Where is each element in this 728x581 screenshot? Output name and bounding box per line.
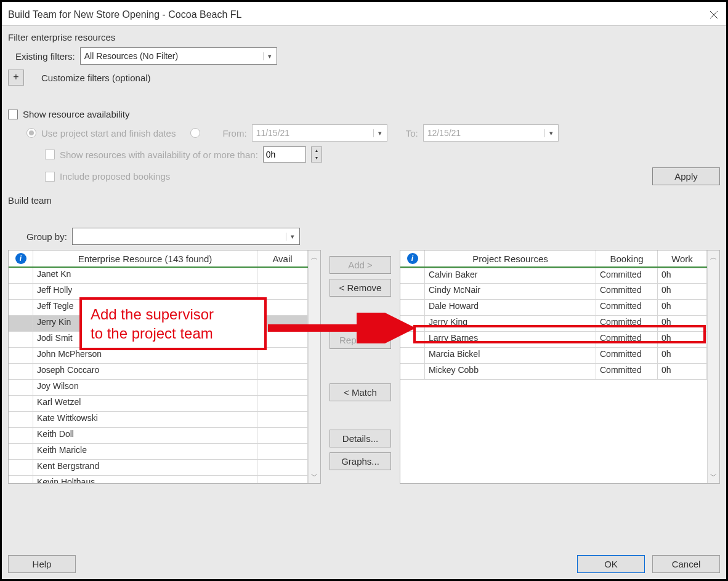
right-scrollbar[interactable]: ︿ ﹀ <box>707 250 719 483</box>
existing-filters-value: All Resources (No Filter) <box>81 51 263 61</box>
scroll-up-icon: ︿ <box>708 250 719 265</box>
apply-button[interactable]: Apply <box>652 167 720 185</box>
scroll-up-icon: ︿ <box>309 250 320 265</box>
from-date-combo: 11/15/21 ▾ <box>252 124 387 142</box>
filter-section-label: Filter enterprise resources <box>8 32 720 42</box>
cancel-button[interactable]: Cancel <box>652 555 720 573</box>
show-avail-threshold-checkbox <box>45 150 55 159</box>
hours-input <box>263 146 306 162</box>
help-button[interactable]: Help <box>8 555 76 573</box>
to-date-value: 12/15/21 <box>424 128 544 138</box>
title-bar: Build Team for New Store Opening - Cocoa… <box>2 2 726 25</box>
table-row[interactable]: Calvin BakerCommitted0h <box>400 268 707 284</box>
project-resources-header: Project Resources <box>425 250 596 266</box>
build-team-label: Build team <box>8 195 720 206</box>
chevron-down-icon: ▾ <box>263 52 277 60</box>
table-row[interactable]: Cindy McNairCommitted0h <box>400 284 707 300</box>
hours-spinner: ▴▾ <box>311 146 322 162</box>
group-by-label: Group by: <box>26 231 67 242</box>
from-date-value: 11/15/21 <box>253 128 373 138</box>
table-row[interactable]: Kent Bergstrand <box>9 460 308 476</box>
expand-filters-button[interactable]: + <box>8 70 24 86</box>
table-row[interactable]: Dale HowardCommitted0h <box>400 300 707 316</box>
project-resources-grid[interactable]: i Project Resources Booking Work Calvin … <box>400 250 720 484</box>
chevron-down-icon: ▾ <box>544 129 558 137</box>
existing-filters-combo[interactable]: All Resources (No Filter) ▾ <box>80 47 277 65</box>
booking-header: Booking <box>596 250 658 266</box>
include-proposed-label: Include proposed bookings <box>60 171 170 182</box>
table-row[interactable]: Marcia BickelCommitted0h <box>400 348 707 364</box>
close-icon <box>710 10 718 19</box>
info-icon: i <box>407 253 418 264</box>
transfer-buttons: Add > < Remove Replace > < Match Details… <box>323 250 397 484</box>
table-row[interactable]: Karl Wetzel <box>9 396 308 412</box>
scroll-down-icon: ﹀ <box>309 469 320 483</box>
dialog-window: Build Team for New Store Opening - Cocoa… <box>0 0 728 581</box>
to-date-combo: 12/15/21 ▾ <box>423 124 559 142</box>
graphs-button[interactable]: Graphs... <box>330 452 391 470</box>
close-button[interactable] <box>708 9 720 21</box>
table-row[interactable]: Kate Wittkowski <box>9 412 308 428</box>
ok-button[interactable]: OK <box>577 555 645 573</box>
use-project-dates-label: Use project start and finish dates <box>41 128 176 138</box>
show-availability-checkbox[interactable] <box>8 110 18 119</box>
table-row[interactable]: Keith Doll <box>9 428 308 444</box>
spinner-up-icon: ▴ <box>312 147 322 154</box>
window-title: Build Team for New Store Opening - Cocoa… <box>8 9 241 20</box>
annotation-callout: Add the supervisor to the project team <box>79 297 267 350</box>
chevron-down-icon: ▾ <box>373 129 387 137</box>
work-header: Work <box>658 250 707 266</box>
left-scrollbar[interactable]: ︿ ﹀ <box>308 250 320 483</box>
table-row[interactable]: Keith Maricle <box>9 444 308 460</box>
table-row[interactable]: Joy Wilson <box>9 380 308 396</box>
existing-filters-label: Existing filters: <box>15 51 75 62</box>
table-row[interactable]: Mickey CobbCommitted0h <box>400 364 707 380</box>
table-row[interactable]: Janet Kn <box>9 268 308 284</box>
enterprise-resource-grid[interactable]: i Enterprise Resource (143 found) Avail … <box>8 250 321 484</box>
show-avail-threshold-label: Show resources with availability of or m… <box>60 150 258 160</box>
scroll-down-icon: ﹀ <box>708 469 719 483</box>
remove-button[interactable]: < Remove <box>330 279 391 297</box>
from-label: From: <box>222 128 246 138</box>
table-row[interactable]: Kevin Holthaus <box>9 476 308 483</box>
annotation-highlight <box>413 325 706 343</box>
add-button[interactable]: Add > <box>330 256 391 274</box>
table-row[interactable]: Joseph Coccaro <box>9 364 308 380</box>
use-custom-dates-radio <box>190 128 200 138</box>
annotation-arrow <box>265 313 413 343</box>
use-project-dates-radio <box>26 128 36 138</box>
info-icon: i <box>15 253 26 264</box>
include-proposed-checkbox <box>45 172 55 182</box>
group-by-combo[interactable]: ▾ <box>72 228 300 245</box>
show-availability-label: Show resource availability <box>23 109 129 119</box>
dialog-footer: Help OK Cancel <box>8 555 720 573</box>
to-label: To: <box>406 128 418 138</box>
customize-filters-label: Customize filters (optional) <box>41 73 151 83</box>
details-button[interactable]: Details... <box>330 430 391 447</box>
match-button[interactable]: < Match <box>330 383 391 401</box>
avail-header: Avail <box>257 250 308 266</box>
enterprise-resource-header: Enterprise Resource (143 found) <box>33 250 257 266</box>
chevron-down-icon: ▾ <box>286 233 299 241</box>
spinner-down-icon: ▾ <box>312 154 322 162</box>
